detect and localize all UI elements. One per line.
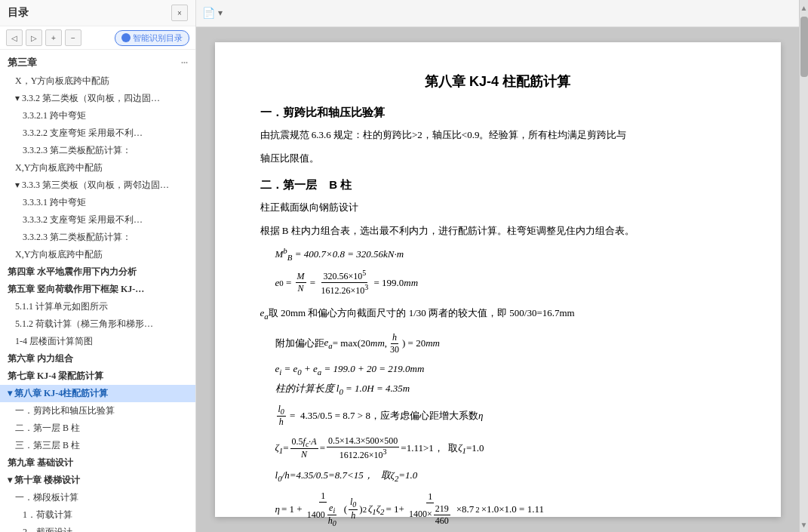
tree-item-3333[interactable]: 3.3.2.3 第二类板配筋计算： <box>0 229 195 246</box>
tree-item-333[interactable]: ▾ 3.3.3 第三类板（双向板，两邻边固… <box>0 177 195 194</box>
nav-back-btn[interactable]: ◁ <box>6 29 23 46</box>
tree-item-3331[interactable]: 3.3.3.1 跨中弯矩 <box>0 194 195 211</box>
tree-item-3332[interactable]: 3.3.3.2 支座弯矩 采用最不利… <box>0 211 195 229</box>
formula-mb: MbB = 400.7×0.8 = 320.56kN·m <box>275 246 736 262</box>
tree-item-ch4[interactable]: 第四章 水平地震作用下内力分析 <box>0 263 195 281</box>
section2-heading: 二．第一层 B 柱 <box>260 178 736 192</box>
formula-l0h: l0 h = 4.35/0.5 = 8.7 > 8，应考虑偏心距增大系数η <box>275 404 736 428</box>
section2-para1: 根据 B 柱内力组合表，选出最不利内力，进行配筋计算。柱弯矩调整见住内力组合表。 <box>260 222 736 239</box>
sidebar: 目录 × ◁ ▷ + − 智能识别目录 第三章 ··· X，Y方向板底跨中配筋 … <box>0 0 196 532</box>
nav-forward-btn[interactable]: ▷ <box>26 29 42 46</box>
tree-item-ch5[interactable]: 第五章 竖向荷载作用下框架 KJ-… <box>0 281 195 298</box>
tree-section-ch3[interactable]: 第三章 ··· <box>0 53 195 72</box>
tree-item-ch10[interactable]: ▾ 第十章 楼梯设计 <box>0 472 195 489</box>
expand-btn[interactable]: + <box>45 29 62 46</box>
section1-heading: 一．剪跨比和轴压比验算 <box>260 106 736 120</box>
tree-item-ch9[interactable]: 第九章 基础设计 <box>0 454 195 472</box>
section1-para2: 轴压比限值。 <box>260 149 736 167</box>
toolbar-arrow: ▾ <box>218 8 223 19</box>
sidebar-tree[interactable]: 第三章 ··· X，Y方向板底跨中配筋 ▾ 3.3.2 第二类板（双向板，四边固… <box>0 50 195 532</box>
sidebar-title: 目录 <box>8 6 29 20</box>
main-layout: 目录 × ◁ ▷ + − 智能识别目录 第三章 ··· X，Y方向板底跨中配筋 … <box>0 0 808 532</box>
sidebar-header: 目录 × <box>0 0 195 26</box>
doc-title: 第八章 KJ-4 柱配筋计算 <box>260 72 736 91</box>
sidebar-close-btn[interactable]: × <box>171 5 188 21</box>
vertical-scrollbar[interactable]: ▲ ▼ <box>799 0 808 532</box>
formula-l0: 柱的计算长度 l0 = 1.0H = 4.35m <box>275 382 736 396</box>
tree-item-xy-plate3[interactable]: X,Y方向板底跨中配筋 <box>0 246 195 263</box>
ai-btn-label: 智能识别目录 <box>133 32 183 44</box>
ai-icon <box>121 33 131 42</box>
para-ea: ea取 20mm 和偏心方向截面尺寸的 1/30 两者的较大值，即 500/30… <box>260 304 736 324</box>
formula-ea: 附加偏心距ea = max(20mm, h 30 ) = 20mm <box>275 332 736 355</box>
ch3-label: 第三章 <box>8 56 37 69</box>
tree-item-83[interactable]: 三．第三层 B 柱 <box>0 437 195 454</box>
collapse-btn[interactable]: − <box>65 29 81 46</box>
formula-ei: ei = e0 + ea = 199.0 + 20 = 219.0mm <box>275 363 736 377</box>
tree-item-ch8[interactable]: ▾ 第八章 KJ-4柱配筋计算 <box>0 385 195 402</box>
tree-item-332[interactable]: ▾ 3.3.2 第二类板（双向板，四边固… <box>0 90 195 107</box>
content-wrapper: 📄 ▾ 第八章 KJ-4 柱配筋计算 一．剪跨比和轴压比验算 由抗震规范 6.3… <box>196 0 808 532</box>
tree-item-14floor[interactable]: 1-4 层楼面计算简图 <box>0 333 195 350</box>
formula-e0: e0 = M N = 320.56×105 1612.26×103 = 199.… <box>275 269 736 297</box>
tree-item-xy-plate[interactable]: X，Y方向板底跨中配筋 <box>0 72 195 90</box>
tree-item-1011[interactable]: 1．荷载计算 <box>0 506 195 524</box>
tree-item-1012[interactable]: 2．截面设计 <box>0 524 195 532</box>
tree-item-511[interactable]: 5.1.1 计算单元如图所示 <box>0 298 195 315</box>
tree-item-ch6[interactable]: 第六章 内力组合 <box>0 350 195 367</box>
tree-item-3321[interactable]: 3.3.2.1 跨中弯矩 <box>0 107 195 125</box>
section2-sub1: 柱正截面纵向钢筋设计 <box>260 198 736 216</box>
doc-icon: 📄 <box>202 7 215 20</box>
formula-eta: η = 1 + 1 1400eih0 ( l0 h )2 <box>275 490 736 528</box>
formula-zeta1: ζ1 = 0.5fc·A N = 0.5×14.3×500×500 1612.2… <box>275 435 736 461</box>
tree-item-ch7[interactable]: 第七章 KJ-4 梁配筋计算 <box>0 367 195 385</box>
tree-item-82[interactable]: 二．第一层 B 柱 <box>0 420 195 437</box>
doc-area[interactable]: 第八章 KJ-4 柱配筋计算 一．剪跨比和轴压比验算 由抗震规范 6.3.6 规… <box>196 27 799 532</box>
formula-zeta2: l0/h=4.35/0.5=8.7<15， 取ζ2=1.0 <box>275 469 736 483</box>
tree-item-3322[interactable]: 3.3.2.2 支座弯矩 采用最不利… <box>0 125 195 142</box>
ai-recognize-btn[interactable]: 智能识别目录 <box>115 30 189 46</box>
sidebar-toolbar: ◁ ▷ + − 智能识别目录 <box>0 26 195 50</box>
content-area: 📄 ▾ 第八章 KJ-4 柱配筋计算 一．剪跨比和轴压比验算 由抗震规范 6.3… <box>196 0 799 532</box>
tree-item-101[interactable]: 一．梯段板计算 <box>0 489 195 506</box>
section1-para1: 由抗震规范 6.3.6 规定：柱的剪跨比>2，轴压比<0.9。经验算，所有柱均满… <box>260 126 736 143</box>
ch3-extra: ··· <box>181 57 188 69</box>
tree-item-81[interactable]: 一．剪跨比和轴压比验算 <box>0 402 195 420</box>
doc-page: 第八章 KJ-4 柱配筋计算 一．剪跨比和轴压比验算 由抗震规范 6.3.6 规… <box>215 42 781 517</box>
content-toolbar: 📄 ▾ <box>196 0 799 27</box>
tree-item-xy-plate2[interactable]: X,Y方向板底跨中配筋 <box>0 159 195 177</box>
tree-item-3323[interactable]: 3.3.2.3 第二类板配筋计算： <box>0 142 195 159</box>
tree-item-512[interactable]: 5.1.2 荷载计算（梯三角形和梯形… <box>0 315 195 333</box>
scrollbar-thumb[interactable] <box>800 17 808 77</box>
